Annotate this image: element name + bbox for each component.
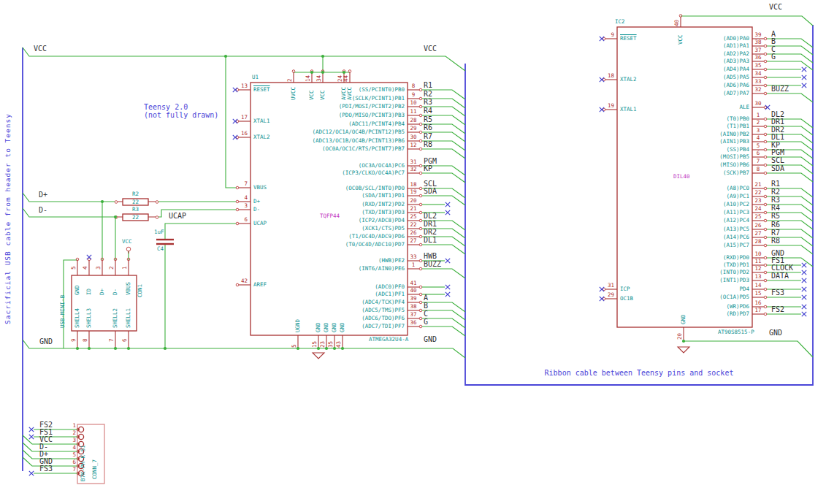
- pin-number: 1: [122, 266, 128, 270]
- pin-number: 6: [61, 459, 76, 465]
- pin-number: 22: [753, 190, 763, 196]
- pin-number: 2: [109, 266, 115, 270]
- pin-number: 11: [408, 109, 418, 115]
- net-label: R7: [424, 133, 432, 141]
- pin-name: VCC: [309, 90, 315, 100]
- pin-number: 39: [408, 296, 418, 302]
- net-label: R8: [771, 237, 780, 245]
- pin-number: 16: [231, 131, 248, 137]
- pin-number: 2: [753, 120, 763, 126]
- no-connect-icon: [445, 202, 450, 207]
- pin-name: ALE: [603, 104, 749, 110]
- net-label: R6: [771, 221, 780, 229]
- pin-number: 5: [61, 452, 76, 458]
- pin-end: [764, 305, 767, 308]
- junction-dot: [164, 347, 167, 350]
- no-connect-icon: [445, 285, 450, 289]
- pin-name: (ADC0)PF0: [259, 284, 405, 290]
- pin-name: UVCC: [291, 87, 297, 100]
- pin-name: (INT6/AIN0)PE6: [259, 266, 405, 272]
- pin-number: 3: [753, 128, 763, 134]
- net-label: HWB: [424, 253, 437, 261]
- pin-number: 34: [753, 71, 763, 77]
- net-label: R5: [424, 116, 432, 124]
- pin-number: 9: [408, 92, 418, 98]
- pin-number: 35: [753, 63, 763, 69]
- pin-number: 28: [408, 118, 418, 123]
- pin-name: (AD1)PA1: [603, 43, 749, 49]
- pin-name: (PDO/MISO/PCINT3)PB3: [259, 112, 405, 118]
- no-connect-icon: [802, 263, 806, 267]
- pin-number: 40: [408, 288, 418, 294]
- pin-number: 40: [674, 20, 680, 26]
- pin-end: [419, 301, 422, 304]
- resistor-reference: R3: [123, 207, 148, 213]
- pin-name: (SS)PB4: [603, 147, 749, 153]
- pin-number: 6: [753, 150, 763, 156]
- pin-number: 13: [231, 83, 248, 89]
- pin-end: [419, 325, 422, 328]
- conn7-reference: CONN_7: [92, 459, 98, 479]
- resistor-value: 22: [123, 215, 148, 221]
- pin-number: 33: [408, 254, 418, 260]
- ground-symbol: [313, 353, 324, 359]
- no-connect-icon: [445, 210, 450, 215]
- pin-end: [419, 219, 422, 222]
- pin-name: (SS/PCINT0)PB0: [259, 87, 405, 93]
- net-label: B: [424, 302, 428, 310]
- pin-name: (XCK1/CTS)PD5: [259, 226, 405, 232]
- pin-number: 10: [753, 251, 763, 257]
- pin-end: [764, 156, 767, 159]
- junction-dot: [321, 71, 324, 74]
- net-flag-gnd: GND: [424, 336, 437, 344]
- pin-number: 26: [408, 230, 418, 236]
- pin-number: 44: [343, 75, 349, 82]
- pin-end: [764, 125, 767, 128]
- pin-number: 30: [408, 134, 418, 140]
- pin-number: 4: [61, 445, 76, 451]
- pin-name: SHELL1: [126, 308, 131, 328]
- no-connect-icon: [802, 287, 806, 291]
- pin-number: 34: [316, 75, 322, 82]
- pin-name: GND: [316, 322, 321, 332]
- pin-end: [764, 271, 767, 274]
- pin-name: (RXD)PD0: [603, 255, 749, 261]
- pin-number: 20: [677, 333, 683, 340]
- pin-name: UGND: [295, 319, 301, 332]
- pin-number: 7: [61, 467, 76, 473]
- net-label: KP: [424, 165, 432, 173]
- net-label: R8: [424, 141, 432, 149]
- ic-part-name: ATMEGA32U4-A: [369, 337, 408, 343]
- net-label: PGM: [771, 149, 784, 157]
- pin-end: [419, 203, 422, 206]
- pin-number: 23: [753, 198, 763, 204]
- pin-number: 7: [109, 338, 115, 342]
- pin-name: (A15)PC7: [603, 243, 749, 248]
- pin-end: [419, 88, 422, 91]
- pin-name: (PDI/MOSI/PCINT2)PB2: [259, 104, 405, 110]
- pin-number: 15: [312, 341, 318, 348]
- pin-name: (RD)PD7: [603, 311, 749, 317]
- pin-name: (AD5)PA5: [603, 75, 749, 80]
- pin-end: [419, 286, 422, 289]
- pin-number: 3: [231, 203, 248, 209]
- net-label: SDA: [424, 188, 437, 196]
- ic-part-name: AT90S8515-P: [718, 329, 754, 335]
- pin-name: (A14)PC6: [603, 234, 749, 240]
- pin-name: (AD0)PA0: [603, 36, 749, 42]
- pin-name: (ADC11/PCINT4)PB4: [259, 121, 405, 127]
- pin-end: [419, 235, 422, 238]
- pin-name: SHELL3: [86, 308, 92, 328]
- no-connect-icon: [802, 278, 806, 283]
- net-label: R4: [424, 107, 432, 115]
- schematic-canvas[interactable]: Teensy 2.0 (not fully drawn) Sacrificial…: [0, 0, 826, 504]
- junction-dot: [114, 215, 117, 218]
- pin-number: 5: [753, 143, 763, 149]
- pin-number: 27: [408, 238, 418, 244]
- no-connect-icon: [445, 292, 450, 297]
- no-connect-icon: [802, 83, 806, 88]
- pin-name: D+: [99, 289, 105, 295]
- net-label: R5: [771, 213, 780, 221]
- pin-name: AVCC: [347, 87, 353, 100]
- net-flag-vcc: VCC: [34, 45, 47, 53]
